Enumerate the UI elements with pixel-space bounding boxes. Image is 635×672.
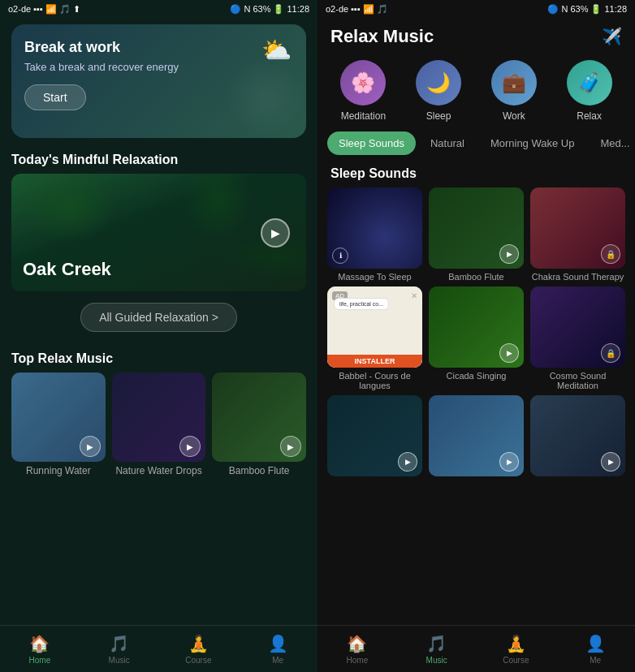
upload-icon: ⬆	[73, 4, 80, 15]
music-card-nature-water[interactable]: ▶	[112, 373, 206, 462]
oak-creek-card[interactable]: Oak Creek ▶	[11, 174, 306, 291]
running-water-play[interactable]: ▶	[80, 436, 101, 457]
banner-title: Break at work	[24, 39, 293, 56]
installer-bar: INSTALLER	[327, 355, 422, 368]
chakra-label: Chakra Sound Therapy	[530, 272, 625, 282]
wifi-icon: 📶	[45, 4, 57, 15]
right-header-title: Relax Music	[330, 26, 434, 47]
sounds-section-title: Sleep Sounds	[318, 158, 635, 187]
right-nav-home[interactable]: 🏠 Home	[318, 634, 397, 665]
right-course-label: Course	[503, 656, 529, 665]
right-nfc-icon: N	[561, 4, 568, 14]
sound-card-massage[interactable]: ℹ	[327, 187, 422, 269]
cicada-play-icon[interactable]: ▶	[499, 343, 519, 363]
music-grid: ▶ ▶ ▶	[0, 373, 318, 462]
right-nav-course[interactable]: 🧘 Course	[477, 634, 556, 665]
relax-circle: 🧳	[567, 60, 612, 106]
airplane-icon[interactable]: ✈️	[602, 27, 622, 46]
sound-card-cicada[interactable]: ▶	[429, 286, 524, 368]
tab-sleep-sounds[interactable]: Sleep Sounds	[327, 131, 416, 155]
music-label-2: Bamboo Flute	[212, 462, 306, 476]
music-card-bamboo-flute[interactable]: ▶	[212, 373, 306, 462]
battery-icon: 🔋	[273, 4, 284, 15]
sound-card-cosmo[interactable]: 🔒	[530, 286, 625, 368]
deep-sleep-play-icon[interactable]: ▶	[398, 452, 417, 472]
tabs-row: Sleep Sounds Natural Morning Wake Up Med…	[318, 128, 635, 158]
sound-card-full[interactable]: ▶	[530, 395, 625, 476]
home-icon: 🏠	[29, 634, 50, 653]
left-panel: o2-de ▪▪▪ 📶 🎵 ⬆ 🔵 N 63% 🔋 11:28 ⛅ Break …	[0, 0, 318, 672]
full-play-icon[interactable]: ▶	[601, 452, 620, 472]
right-carrier-text: o2-de	[326, 4, 348, 14]
right-battery-text: 63%	[570, 4, 588, 14]
start-button[interactable]: Start	[24, 84, 86, 110]
right-battery-icon: 🔋	[590, 4, 602, 15]
right-nav-music[interactable]: 🎵 Music	[397, 634, 477, 665]
bamboo-play-icon[interactable]: ▶	[499, 244, 519, 264]
cicada-label: Cicada Singing	[429, 371, 524, 390]
cat-sleep[interactable]: 🌙 Sleep	[416, 60, 461, 122]
status-left: o2-de ▪▪▪ 📶 🎵 ⬆	[8, 4, 80, 15]
sound-card-minding[interactable]: ▶	[429, 395, 524, 476]
right-music-label: Music	[426, 656, 447, 665]
nature-water-play[interactable]: ▶	[179, 436, 201, 457]
cat-meditation[interactable]: 🌸 Meditation	[340, 60, 386, 122]
sound-card-bamboo[interactable]: ▶	[429, 187, 524, 269]
cosmo-label: Cosmo Sound Meditation	[530, 371, 625, 390]
right-music-icon: 🎵	[426, 634, 447, 653]
right-me-label: Me	[590, 656, 601, 665]
right-bluetooth-icon: 🔵	[547, 4, 559, 15]
time-text: 11:28	[287, 4, 309, 14]
bottom-fade	[318, 592, 635, 625]
home-label: Home	[29, 656, 51, 665]
left-bottom-nav: 🏠 Home 🎵 Music 🧘 Course 👤 Me	[0, 625, 318, 672]
tab-natural[interactable]: Natural	[419, 131, 476, 155]
carrier-text: o2-de	[8, 4, 31, 14]
signal-bars: ▪▪▪	[33, 4, 43, 14]
massage-info-icon: ℹ	[332, 248, 348, 264]
nav-course[interactable]: 🧘 Course	[159, 634, 239, 665]
nfc-icon: N	[244, 4, 250, 14]
right-me-icon: 👤	[585, 634, 606, 653]
bamboo-flute-play[interactable]: ▶	[280, 436, 301, 457]
extra-icon: 🎵	[59, 4, 71, 15]
work-label: Work	[503, 110, 525, 122]
sound-card-babbel-ad[interactable]: INSTALLER AD life, practical co... ✕	[327, 286, 422, 368]
sound-card-deep-sleep[interactable]: ▶	[327, 395, 422, 476]
relax-icon: 🧳	[577, 71, 602, 94]
music-label-0: Running Water	[11, 462, 106, 476]
tab-morning-wake-up[interactable]: Morning Wake Up	[479, 131, 586, 155]
nav-me[interactable]: 👤 Me	[238, 634, 318, 665]
nav-music[interactable]: 🎵 Music	[80, 634, 159, 665]
left-status-bar: o2-de ▪▪▪ 📶 🎵 ⬆ 🔵 N 63% 🔋 11:28	[0, 0, 318, 18]
right-time-text: 11:28	[604, 4, 627, 14]
oak-creek-play-button[interactable]: ▶	[261, 218, 290, 248]
right-status-left: o2-de ▪▪▪ 📶 🎵	[326, 4, 388, 15]
right-signal-bars: ▪▪▪	[351, 4, 361, 14]
ad-close-icon[interactable]: ✕	[411, 291, 417, 300]
music-icon: 🎵	[109, 634, 129, 653]
status-right: 🔵 N 63% 🔋 11:28	[230, 4, 309, 15]
right-nav-me[interactable]: 👤 Me	[555, 634, 635, 665]
right-home-label: Home	[347, 656, 369, 665]
work-circle: 💼	[491, 60, 537, 106]
ad-bubble-text: life, practical co...	[334, 298, 389, 310]
cat-work[interactable]: 💼 Work	[491, 60, 537, 122]
sound-card-chakra[interactable]: 🔒	[530, 187, 625, 269]
minding-play-icon[interactable]: ▶	[499, 452, 519, 472]
course-label: Course	[185, 656, 211, 665]
mindful-section-title: Today's Mindful Relaxation	[0, 144, 318, 174]
right-bottom-nav: 🏠 Home 🎵 Music 🧘 Course 👤 Me	[318, 625, 635, 672]
top-music-section-title: Top Relax Music	[0, 343, 318, 373]
course-icon: 🧘	[188, 634, 209, 653]
cat-relax[interactable]: 🧳 Relax	[567, 60, 612, 122]
nav-home[interactable]: 🏠 Home	[0, 634, 80, 665]
music-card-running-water[interactable]: ▶	[11, 373, 106, 462]
sleep-circle: 🌙	[416, 60, 461, 106]
sounds-grid-row2: INSTALLER AD life, practical co... ✕ ▶ 🔒	[318, 286, 635, 368]
tab-med[interactable]: Med...	[589, 131, 635, 155]
right-status-bar: o2-de ▪▪▪ 📶 🎵 🔵 N 63% 🔋 11:28	[318, 0, 635, 18]
sleep-icon: 🌙	[426, 71, 451, 94]
guided-relaxation-button[interactable]: All Guided Relaxation >	[80, 303, 237, 332]
sound-labels-row2: Babbel - Cours de langues Cicada Singing…	[318, 368, 635, 395]
